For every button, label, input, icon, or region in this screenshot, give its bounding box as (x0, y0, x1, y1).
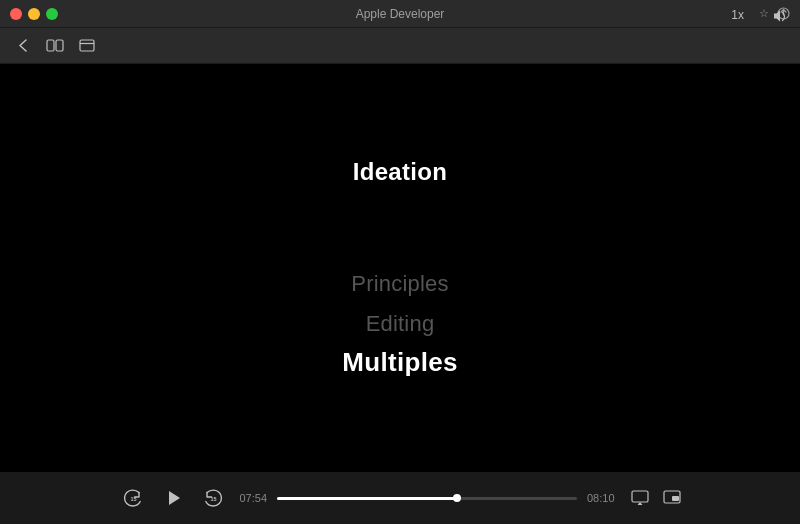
svg-rect-10 (672, 496, 679, 501)
window-controls (10, 8, 58, 20)
progress-bar[interactable] (277, 497, 577, 500)
back-button[interactable] (12, 35, 34, 57)
pip-button[interactable] (663, 490, 681, 506)
window-button[interactable] (76, 35, 98, 57)
progress-knob[interactable] (453, 494, 461, 502)
svg-rect-3 (80, 40, 94, 51)
speed-label[interactable]: 1x (731, 8, 744, 22)
title-bar: Apple Developer ☆ (0, 0, 800, 28)
toolbar (0, 28, 800, 64)
rewind-button[interactable]: 15 (119, 484, 147, 512)
minimize-button[interactable] (28, 8, 40, 20)
svg-rect-1 (47, 40, 54, 51)
total-time: 08:10 (587, 492, 617, 504)
airplay-button[interactable] (631, 490, 649, 506)
subtitle-principles: Principles (351, 266, 448, 301)
subtitle-editing: Editing (366, 306, 435, 341)
close-button[interactable] (10, 8, 22, 20)
current-time: 07:54 (237, 492, 267, 504)
maximize-button[interactable] (46, 8, 58, 20)
star-icon[interactable]: ☆ (759, 7, 769, 20)
video-area: Ideation Principles Editing Multiples (0, 64, 800, 472)
forward-button[interactable]: 15 (199, 484, 227, 512)
subtitle-multiples: Multiples (342, 347, 457, 378)
controls-bar: 15 15 07:54 08:10 1 (0, 472, 800, 524)
video-main-title: Ideation (353, 158, 447, 186)
svg-text:15: 15 (131, 496, 137, 502)
video-content: Ideation Principles Editing Multiples (342, 158, 457, 377)
play-button[interactable] (157, 482, 189, 514)
window-title: Apple Developer (356, 7, 445, 21)
svg-text:15: 15 (211, 496, 217, 502)
svg-rect-8 (632, 491, 648, 502)
progress-fill (277, 497, 457, 500)
split-view-button[interactable] (44, 35, 66, 57)
volume-button[interactable] (772, 8, 788, 24)
svg-rect-2 (56, 40, 63, 51)
svg-marker-6 (169, 491, 180, 505)
